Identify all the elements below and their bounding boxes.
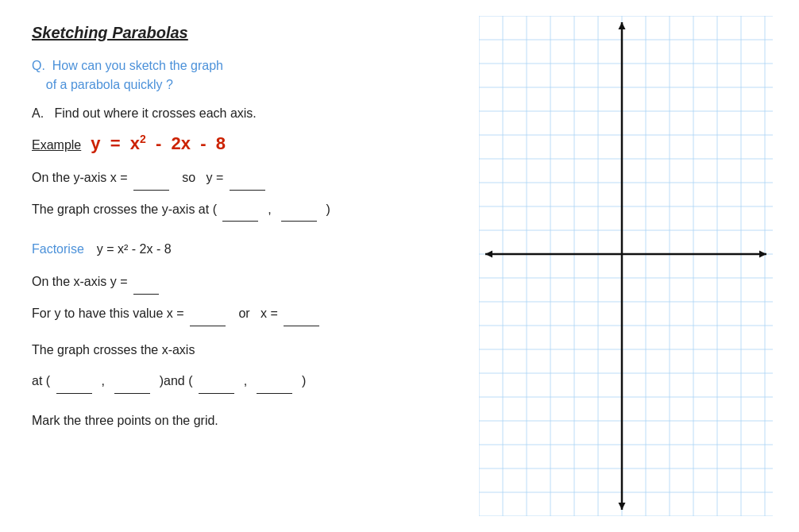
- factorise-equation: y = x² - 2x - 8: [97, 242, 172, 256]
- factorise-label: Factorise: [32, 242, 84, 256]
- equation-display: y = x2 - 2x - 8: [91, 133, 226, 154]
- for-y-x-equals: x =: [261, 306, 278, 320]
- page-title: Sketching Parabolas: [32, 24, 437, 42]
- for-y-x2-blank: [284, 303, 319, 326]
- yaxis-x-blank: [133, 167, 169, 191]
- left-panel: Sketching Parabolas Q. How can you sketc…: [0, 0, 461, 532]
- at-text: at (: [32, 374, 50, 387]
- at-x2-blank: [199, 370, 234, 394]
- xaxis-line: On the x-axis y =: [32, 271, 437, 295]
- example-line: Example y = x2 - 2x - 8: [32, 133, 437, 154]
- for-y-x1-blank: [190, 303, 226, 326]
- crosses-yaxis-x-blank: [222, 199, 258, 222]
- xaxis-y-blank: [133, 271, 159, 295]
- answer-block: A. Find out where it crosses each axis.: [32, 102, 437, 125]
- graph-grid: [479, 16, 773, 508]
- crosses-yaxis-text: The graph crosses the y-axis at (: [32, 202, 217, 216]
- answer-text: Find out where it crosses each axis.: [54, 106, 256, 120]
- crosses-xaxis-text: The graph crosses the x-axis: [32, 343, 195, 357]
- crosses-yaxis-y-blank: [281, 199, 317, 222]
- closing-paren: ): [302, 374, 306, 387]
- at-y2-blank: [257, 370, 292, 394]
- and-text: )and (: [160, 374, 193, 387]
- yaxis-y-label: y =: [207, 171, 224, 184]
- xaxis-text: On the x-axis y =: [32, 275, 128, 288]
- mark-text-line: Mark the three points on the grid.: [32, 410, 437, 433]
- crosses-yaxis-line: The graph crosses the y-axis at ( , ): [32, 199, 437, 222]
- at-line: at ( , )and ( , ): [32, 370, 437, 394]
- question-line2: of a parabola quickly ?: [46, 78, 173, 91]
- example-label: Example: [32, 138, 81, 152]
- at-x1-blank: [56, 370, 92, 394]
- question-line1: How can you sketch the graph: [52, 59, 223, 72]
- mark-text: Mark the three points on the grid.: [32, 414, 218, 427]
- question-label: Q.: [32, 59, 45, 72]
- question-block: Q. How can you sketch the graph of a par…: [32, 56, 437, 94]
- for-y-line: For y to have this value x = or x =: [32, 303, 437, 326]
- yaxis-y-blank: [230, 167, 265, 191]
- or-text: or: [238, 306, 249, 320]
- yaxis-text: On the y-axis x =: [32, 171, 128, 184]
- crosses-xaxis-line: The graph crosses the x-axis: [32, 339, 437, 362]
- yaxis-line: On the y-axis x = so y =: [32, 167, 437, 191]
- factorise-row: Factorise y = x² - 2x - 8: [32, 236, 437, 260]
- at-y1-blank: [114, 370, 150, 394]
- for-y-text: For y to have this value x =: [32, 306, 184, 320]
- answer-label: A.: [32, 106, 44, 120]
- yaxis-so: so: [182, 171, 195, 184]
- grid-canvas: [479, 16, 773, 516]
- right-panel: [461, 0, 799, 532]
